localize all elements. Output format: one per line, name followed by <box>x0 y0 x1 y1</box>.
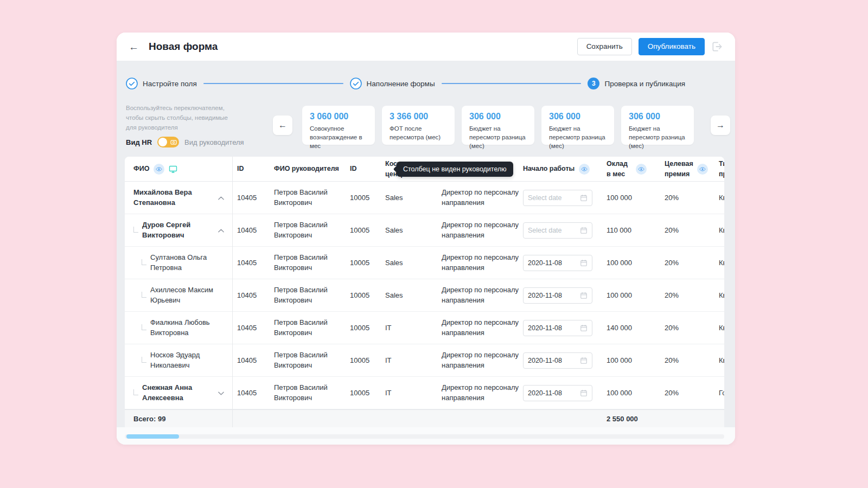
col-header-manager: ФИО руководителя <box>271 164 347 174</box>
bonus-type: Кв <box>711 194 724 202</box>
expand-chevron-down-icon[interactable] <box>218 390 225 396</box>
date-input[interactable]: 2020-11-08 <box>523 320 592 336</box>
employee-id: 10405 <box>232 356 271 364</box>
manager-id: 10005 <box>347 194 382 202</box>
eye-visibility-icon[interactable] <box>636 164 647 175</box>
summary-value: 306 000 <box>469 112 527 121</box>
table-row: Михайлова Вера Степановна 10405 Петров В… <box>125 182 724 214</box>
table-row: Носков Эдуард Николаевич 10405 Петров Ва… <box>125 344 724 377</box>
target-bonus: 20% <box>659 194 711 202</box>
date-input[interactable]: Select date <box>523 190 592 206</box>
summary-cards: 3 060 000 Совокупное вознаграждение в ме… <box>302 106 694 145</box>
step-connector-line <box>203 83 343 84</box>
col-header-bonus-type: Ти пр <box>719 159 724 178</box>
summary-label: Бюджет на пересмотр разница (мес) <box>469 124 527 150</box>
page-background: ← Новая форма Сохранить Опубликовать Нас… <box>0 0 868 488</box>
date-input[interactable]: 2020-11-08 <box>523 352 592 369</box>
position: Директор по персоналу направления <box>442 318 521 338</box>
bonus-type: Го <box>711 389 724 397</box>
export-icon[interactable] <box>711 41 723 53</box>
salary: 100 000 <box>599 389 659 397</box>
target-bonus: 20% <box>659 324 711 332</box>
bonus-type: Кв <box>711 324 724 332</box>
form-builder-window: ← Новая форма Сохранить Опубликовать Нас… <box>117 33 735 445</box>
step-label: Настройте поля <box>143 80 197 88</box>
col-header-id: ID <box>232 164 271 174</box>
cost-center: IT <box>382 389 439 397</box>
table-row: Дуров Сергей Викторович 10405 Петров Вас… <box>125 214 724 247</box>
date-input[interactable]: 2020-11-08 <box>523 385 592 401</box>
employee-id: 10405 <box>232 259 271 267</box>
calendar-icon <box>580 324 588 332</box>
table-row: Фиалкина Любовь Викторовна 10405 Петров … <box>125 312 724 344</box>
date-input[interactable]: 2020-11-08 <box>523 255 592 271</box>
cost-center: Sales <box>382 194 439 202</box>
tree-connector <box>133 389 138 395</box>
bonus-type: Кв <box>711 356 724 364</box>
step-done-check-icon <box>350 78 362 89</box>
manager-id: 10005 <box>347 356 382 364</box>
col-header-bonus: Целевая премия <box>665 159 693 178</box>
frozen-column-divider <box>232 157 233 427</box>
calendar-icon <box>580 357 588 364</box>
summary-value: 306 000 <box>629 112 686 121</box>
table-row: Ахиллесов Максим Юрьевич 10405 Петров Ва… <box>125 279 724 312</box>
publish-button[interactable]: Опубликовать <box>639 38 705 55</box>
view-mode-toggle[interactable] <box>157 137 179 147</box>
position: Директор по персоналу направления <box>442 188 521 208</box>
calendar-icon <box>580 259 588 267</box>
horizontal-scrollbar[interactable] <box>125 434 724 439</box>
eye-visibility-icon[interactable] <box>154 164 164 175</box>
monitor-icon[interactable] <box>169 165 177 174</box>
employee-id: 10405 <box>232 324 271 332</box>
salary: 110 000 <box>599 226 659 234</box>
cost-center: IT <box>382 324 439 332</box>
calendar-icon <box>580 227 588 234</box>
employee-id: 10405 <box>232 226 271 234</box>
step-label: Проверка и публикация <box>604 80 685 88</box>
step-label: Наполнение формы <box>367 80 435 88</box>
cost-center: Sales <box>382 226 439 234</box>
step-fill-form[interactable]: Наполнение формы <box>350 78 435 89</box>
bonus-type: Кв <box>711 259 724 267</box>
bonus-type: Кв <box>711 291 724 299</box>
position: Директор по персоналу направления <box>442 350 521 371</box>
step-configure-fields[interactable]: Настройте поля <box>126 78 197 89</box>
col-header-salary: Оклад в мес <box>607 159 631 178</box>
eye-visibility-icon[interactable] <box>579 164 590 175</box>
summary-value: 3 366 000 <box>390 112 447 121</box>
window-header: ← Новая форма Сохранить Опубликовать <box>117 33 735 61</box>
target-bonus: 20% <box>659 356 711 364</box>
manager-id: 10005 <box>347 259 382 267</box>
position: Директор по персоналу направления <box>442 220 521 241</box>
stepper: Настройте поля Наполнение формы 3 Провер… <box>117 78 735 89</box>
eye-visibility-icon[interactable] <box>697 164 708 175</box>
summary-label: ФОТ после пересмотра (мес) <box>390 124 447 142</box>
back-arrow-icon[interactable]: ← <box>129 42 139 52</box>
date-input[interactable]: 2020-11-08 <box>523 287 592 304</box>
position: Директор по персоналу направления <box>442 383 521 403</box>
position: Директор по персоналу направления <box>442 285 521 306</box>
hr-view-label: Вид HR <box>126 138 152 146</box>
camera-icon <box>170 139 177 145</box>
manager-name: Петров Василий Викторович <box>274 318 339 338</box>
summary-card: 306 000 Бюджет на пересмотр разница (мес… <box>621 106 694 145</box>
manager-name: Петров Василий Викторович <box>274 188 339 208</box>
cost-center: IT <box>382 356 439 364</box>
employee-id: 10405 <box>232 194 271 202</box>
salary: 100 000 <box>599 194 659 202</box>
date-input[interactable]: Select date <box>523 222 592 239</box>
view-toggle-row: Вид HR Вид руководителя <box>126 137 244 147</box>
carousel-prev-button[interactable]: ← <box>273 115 292 135</box>
carousel-next-button[interactable]: → <box>711 115 730 135</box>
salary: 100 000 <box>599 291 659 299</box>
collapse-chevron-up-icon[interactable] <box>218 195 225 201</box>
manager-name: Петров Василий Викторович <box>274 285 339 306</box>
save-button[interactable]: Сохранить <box>577 38 632 55</box>
employee-name: Султанова Ольга Петровна <box>150 253 220 273</box>
position: Директор по персоналу направления <box>442 253 521 273</box>
step-review-publish[interactable]: 3 Проверка и публикация <box>588 78 685 89</box>
collapse-chevron-up-icon[interactable] <box>218 228 225 233</box>
summary-card: 3 366 000 ФОТ после пересмотра (мес) <box>382 106 455 145</box>
scrollbar-thumb[interactable] <box>126 434 179 439</box>
